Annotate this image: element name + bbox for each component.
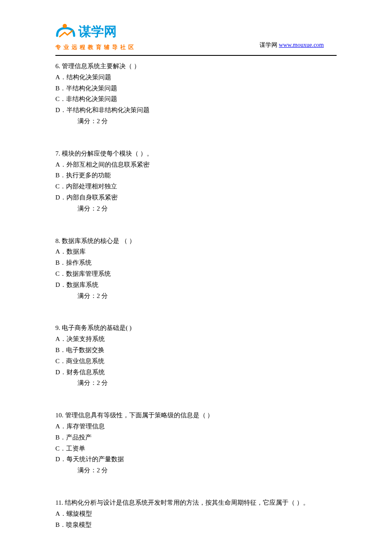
logo-block: 谋学网 专业远程教育辅导社区	[55, 21, 136, 52]
question-stem: 7. 模块的分解应使每个模块（ ）。	[55, 148, 337, 159]
header-divider	[55, 55, 337, 56]
question-option: A．外部互相之间的信息联系紧密	[55, 159, 337, 171]
question-score: 满分：2 分	[55, 378, 337, 389]
header-site-link[interactable]: www.mouxue.com	[279, 42, 324, 48]
question-6: 6. 管理信息系统主要解决（ ） A．结构化决策问题 B．半结构化决策问题 C．…	[55, 61, 337, 127]
question-option: C．非结构化决策问题	[55, 94, 337, 105]
question-option: C．内部处理相对独立	[55, 181, 337, 192]
question-stem: 9. 电子商务系统的基础是( )	[55, 323, 337, 334]
question-10: 10. 管理信息具有等级性，下面属于策略级的信息是（ ） A．库存管理信息 B．…	[55, 410, 337, 476]
question-9: 9. 电子商务系统的基础是( ) A．决策支持系统 B．电子数据交换 C．商业信…	[55, 323, 337, 389]
logo-tagline: 专业远程教育辅导社区	[55, 43, 136, 52]
question-option: C．工资单	[55, 443, 337, 454]
question-option: D．财务信息系统	[55, 367, 337, 378]
logo-text-container: 谋学网	[78, 21, 117, 42]
question-option: C．商业信息系统	[55, 356, 337, 367]
question-stem: 11. 结构化分析与设计是信息系统开发时常用的方法，按其生命周期特征，它应属于（…	[55, 497, 337, 509]
question-option: D．半结构化和非结构化决策问题	[55, 105, 337, 116]
question-option: B．操作系统	[55, 257, 337, 269]
question-stem: 10. 管理信息具有等级性，下面属于策略级的信息是（ ）	[55, 410, 337, 421]
question-option: D．每天统计的产量数据	[55, 454, 337, 465]
header-right-link-block: 谋学网 www.mouxue.com	[259, 40, 337, 52]
header-right-prefix: 谋学网	[259, 42, 279, 48]
question-11: 11. 结构化分析与设计是信息系统开发时常用的方法，按其生命周期特征，它应属于（…	[55, 497, 337, 530]
question-option: B．半结构化决策问题	[55, 83, 337, 94]
question-stem: 8. 数据库系统的核心是 （ ）	[55, 236, 337, 247]
question-option: A．螺旋模型	[55, 509, 337, 520]
question-score: 满分：2 分	[55, 291, 337, 302]
page-header: 谋学网 专业远程教育辅导社区 谋学网 www.mouxue.com	[55, 21, 337, 52]
question-option: D．内部自身联系紧密	[55, 192, 337, 203]
document-page: 谋学网 专业远程教育辅导社区 谋学网 www.mouxue.com 6. 管理信…	[0, 0, 392, 555]
question-option: B．执行更多的功能	[55, 170, 337, 181]
question-option: B．电子数据交换	[55, 345, 337, 356]
question-score: 满分：2 分	[55, 116, 337, 127]
question-score: 满分：2 分	[55, 465, 337, 476]
question-option: A．结构化决策问题	[55, 72, 337, 83]
question-score: 满分：2 分	[55, 203, 337, 214]
question-option: B．喷泉模型	[55, 520, 337, 531]
svg-point-0	[63, 24, 67, 28]
question-option: A．决策支持系统	[55, 334, 337, 345]
question-option: B．产品投产	[55, 432, 337, 443]
question-option: C．数据库管理系统	[55, 269, 337, 280]
logo-brand-name: 谋学网	[78, 21, 117, 42]
question-8: 8. 数据库系统的核心是 （ ） A．数据库 B．操作系统 C．数据库管理系统 …	[55, 236, 337, 302]
logo-top-row: 谋学网	[55, 21, 117, 42]
question-stem: 6. 管理信息系统主要解决（ ）	[55, 61, 337, 72]
question-option: A．库存管理信息	[55, 421, 337, 432]
question-option: D．数据库系统	[55, 280, 337, 291]
question-option: A．数据库	[55, 246, 337, 257]
question-7: 7. 模块的分解应使每个模块（ ）。 A．外部互相之间的信息联系紧密 B．执行更…	[55, 148, 337, 214]
logo-icon	[55, 23, 76, 40]
